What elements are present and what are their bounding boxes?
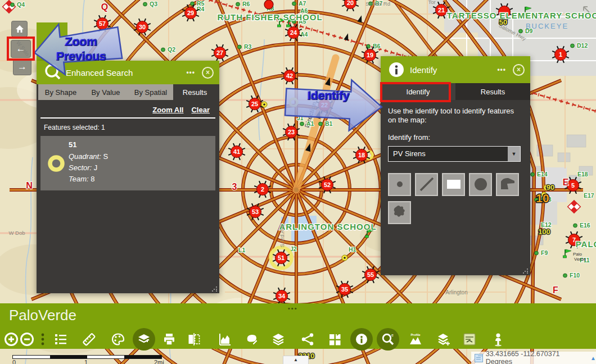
map-point-label: E16	[580, 222, 590, 229]
previous-extent-button[interactable]: ←	[11, 40, 31, 58]
field-label: Sector:	[69, 163, 92, 172]
resize-handle[interactable]	[212, 286, 218, 292]
home-button[interactable]	[11, 21, 28, 37]
field-value: S	[103, 152, 108, 161]
tab-identify-results[interactable]: Results	[455, 83, 530, 100]
zoom-all-link[interactable]: Zoom All	[152, 106, 183, 114]
share-button[interactable]	[296, 328, 319, 351]
map-point-marker[interactable]	[535, 251, 539, 255]
edit-button[interactable]	[241, 328, 263, 351]
identify-by-line-button[interactable]	[415, 173, 438, 196]
identify-panel-close-icon[interactable]: ×	[513, 64, 525, 76]
identify-by-point-button[interactable]	[388, 173, 411, 196]
identify-tab-bar: Identify Results	[381, 83, 530, 100]
identify-by-circle-button[interactable]	[469, 173, 492, 196]
map-point-marker[interactable]	[161, 48, 165, 52]
draw-button[interactable]	[107, 328, 129, 351]
identify-instructions: Use the identify tool to identify featur…	[388, 107, 523, 125]
tab-by-shape[interactable]: By Shape	[38, 84, 83, 100]
coordinate-readout: 33.431665 -112.670371 Degrees	[486, 350, 586, 364]
next-extent-button[interactable]: →	[13, 58, 31, 75]
app-window: Direction 210Q4Q3R5R4R6A8A7A6A5A4R3B7B6Q…	[0, 0, 596, 364]
svg-text:34: 34	[278, 293, 286, 299]
map-point-marker[interactable]	[11, 3, 15, 7]
measurement-button[interactable]	[78, 328, 100, 351]
identify-widget-button[interactable]	[350, 328, 373, 351]
swipe-button[interactable]	[183, 328, 205, 351]
identify-panel-menu-icon[interactable]: •••	[497, 66, 506, 74]
add-layers-button[interactable]	[432, 328, 455, 351]
map-point-label: F9	[541, 249, 548, 256]
svg-text:55: 55	[367, 271, 374, 278]
result-list-item[interactable]: 51 Quadrant: S Sector: J Team: 8	[40, 136, 215, 190]
field-value: 8	[91, 175, 94, 183]
search-panel-menu-icon[interactable]: •••	[186, 69, 195, 76]
tab-by-value[interactable]: By Value	[83, 84, 128, 100]
legend-button[interactable]	[49, 328, 72, 351]
svg-text:20: 20	[347, 0, 354, 6]
coordinate-caret-icon[interactable]: ▲	[590, 355, 596, 361]
toolbar-drag-handle[interactable]: •••	[288, 305, 298, 312]
widget-gallery-button[interactable]	[323, 328, 346, 351]
map-point-marker[interactable]	[563, 274, 567, 277]
tab-results[interactable]: Results	[173, 84, 216, 100]
svg-text:30: 30	[139, 24, 146, 30]
enhanced-search-widget-button[interactable]: e	[377, 328, 399, 351]
attribute-table-toggle[interactable]: ▲	[283, 356, 309, 364]
map-point-marker[interactable]	[236, 2, 240, 6]
identify-by-freehand-button[interactable]	[388, 201, 411, 224]
map-point-marker[interactable]	[531, 172, 535, 176]
layer-dropdown[interactable]: PV Sirens ▼	[388, 146, 521, 162]
clear-link[interactable]: Clear	[191, 106, 210, 114]
zoom-out-icon	[20, 332, 34, 347]
scale-tick: 0	[12, 359, 16, 364]
legend-icon	[53, 332, 68, 347]
tab-by-spatial[interactable]: By Spatial	[128, 84, 173, 100]
layer-list-button[interactable]	[267, 328, 290, 351]
result-id: 51	[69, 140, 108, 149]
street-view-button[interactable]	[487, 328, 509, 351]
identify-by-rectangle-button[interactable]	[442, 173, 465, 196]
coordinate-map-icon[interactable]	[475, 354, 483, 362]
results-action-row: Zoom All Clear	[40, 100, 215, 119]
map-point-label: E17	[584, 192, 594, 199]
search-panel-title: Enhanced Search	[66, 68, 186, 78]
field-value: J	[94, 163, 98, 172]
chevron-down-icon[interactable]: ▼	[508, 147, 520, 161]
map-label: Arlington	[445, 289, 467, 295]
map-point-marker[interactable]	[574, 224, 577, 228]
print-button[interactable]	[158, 328, 180, 351]
search-panel-close-icon[interactable]: ×	[202, 67, 214, 79]
share-icon	[300, 332, 315, 347]
chart-button[interactable]	[214, 328, 236, 351]
svg-text:29: 29	[187, 10, 194, 16]
map-point-marker[interactable]	[292, 2, 296, 6]
info-icon	[388, 61, 405, 78]
svg-text:53: 53	[252, 208, 259, 215]
map-point-label: A4	[300, 31, 308, 38]
school-site-marker[interactable]	[264, 0, 273, 9]
elevation-profile-button[interactable]: Profile	[404, 328, 427, 351]
map-point-marker[interactable]	[300, 122, 304, 126]
zoom-in-icon	[4, 332, 19, 347]
identify-by-polygon-button[interactable]	[496, 173, 519, 196]
add-layers-icon	[436, 332, 451, 347]
map-point-marker[interactable]	[238, 45, 242, 49]
expand-icon[interactable]	[581, 4, 592, 15]
svg-text:18: 18	[358, 152, 365, 158]
swipe-icon	[187, 332, 201, 347]
scale-tick: 2mi	[154, 359, 164, 364]
print-icon	[162, 332, 177, 347]
map-point-marker[interactable]	[143, 2, 147, 6]
svg-text:24: 24	[290, 29, 297, 36]
map-point-marker[interactable]	[319, 122, 323, 126]
bottom-toolbar: ••• PaloVerde eProfile	[0, 303, 596, 349]
enhanced-search-header: Enhanced Search ••• ×	[37, 61, 219, 84]
situation-awareness-button[interactable]	[458, 328, 481, 351]
map-point-marker[interactable]	[571, 44, 575, 48]
basemap-gallery-button[interactable]	[133, 328, 155, 351]
resize-handle[interactable]	[523, 268, 529, 274]
map-point-label: Q2	[168, 46, 175, 53]
map-point-label: R3	[244, 43, 252, 50]
tab-identify[interactable]: Identify	[381, 83, 455, 100]
